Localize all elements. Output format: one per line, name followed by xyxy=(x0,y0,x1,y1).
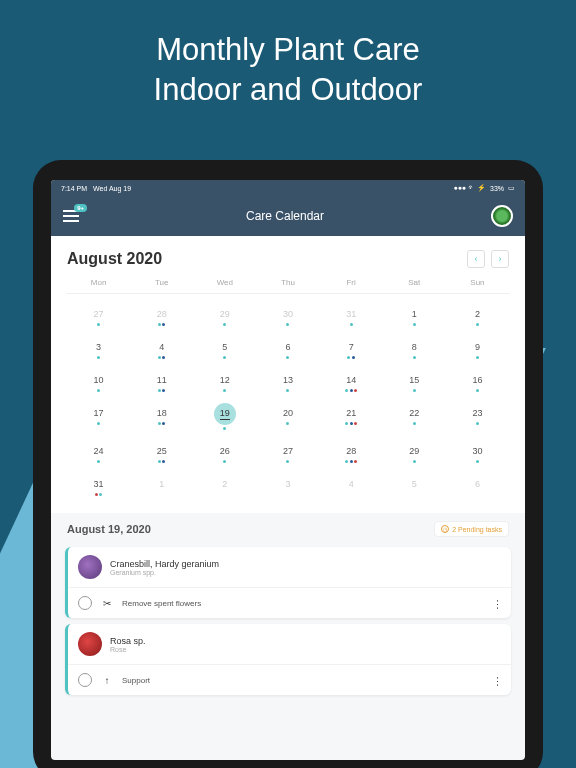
calendar-day[interactable]: 6 xyxy=(446,468,509,499)
calendar-day[interactable]: 1 xyxy=(130,468,193,499)
task-card: Cranesbill, Hardy geraniumGeranium spp.✂… xyxy=(65,547,511,618)
pending-tasks-badge[interactable]: ◷ 2 Pending tasks xyxy=(434,521,509,537)
task-list: Cranesbill, Hardy geraniumGeranium spp.✂… xyxy=(51,547,525,695)
scissors-icon: ✂ xyxy=(100,596,114,610)
plant-avatar xyxy=(78,555,102,579)
task-label: Support xyxy=(122,676,483,685)
calendar-day[interactable]: 21 xyxy=(320,397,383,433)
calendar-day[interactable]: 29 xyxy=(193,298,256,329)
calendar-day[interactable]: 31 xyxy=(67,468,130,499)
calendar-day[interactable]: 19 xyxy=(193,397,256,433)
calendar-day[interactable]: 30 xyxy=(256,298,319,329)
calendar-day[interactable]: 30 xyxy=(446,435,509,466)
screen: 7:14 PM Wed Aug 19 ●●● ᯤ ⚡ 33% ▭ 9+ Care… xyxy=(51,180,525,760)
weekday-label: Tue xyxy=(130,278,193,287)
weekday-label: Fri xyxy=(320,278,383,287)
selected-date-row: August 19, 2020 ◷ 2 Pending tasks xyxy=(51,513,525,541)
calendar-day[interactable]: 20 xyxy=(256,397,319,433)
chevron-right-icon: › xyxy=(499,254,502,264)
plant-avatar xyxy=(78,632,102,656)
plant-latin-name: Rose xyxy=(110,646,501,653)
calendar-day[interactable]: 26 xyxy=(193,435,256,466)
weekday-header: MonTueWedThuFriSatSun xyxy=(67,278,509,294)
calendar-day[interactable]: 22 xyxy=(383,397,446,433)
task-checkbox[interactable] xyxy=(78,673,92,687)
calendar-day[interactable]: 18 xyxy=(130,397,193,433)
selected-date-label: August 19, 2020 xyxy=(67,523,151,535)
calendar-day[interactable]: 13 xyxy=(256,364,319,395)
calendar-day[interactable]: 10 xyxy=(67,364,130,395)
battery-text: 33% xyxy=(490,185,504,192)
tablet-frame: 7:14 PM Wed Aug 19 ●●● ᯤ ⚡ 33% ▭ 9+ Care… xyxy=(33,160,543,768)
calendar-day[interactable]: 16 xyxy=(446,364,509,395)
task-row: ✂Remove spent flowers⋯ xyxy=(68,588,511,618)
calendar-day[interactable]: 2 xyxy=(193,468,256,499)
chevron-left-icon: ‹ xyxy=(475,254,478,264)
calendar-day[interactable]: 14 xyxy=(320,364,383,395)
status-time: 7:14 PM xyxy=(61,185,87,192)
menu-button[interactable]: 9+ xyxy=(63,210,79,222)
task-label: Remove spent flowers xyxy=(122,599,483,608)
app-header: 9+ Care Calendar xyxy=(51,196,525,236)
calendar-panel: August 2020 ‹ › MonTueWedThuFriSatSun 27… xyxy=(51,236,525,513)
marketing-headline: Monthly Plant Care Indoor and Outdoor xyxy=(0,0,576,131)
calendar-day[interactable]: 31 xyxy=(320,298,383,329)
calendar-day[interactable]: 25 xyxy=(130,435,193,466)
calendar-day[interactable]: 6 xyxy=(256,331,319,362)
calendar-day[interactable]: 1 xyxy=(383,298,446,329)
calendar-day[interactable]: 2 xyxy=(446,298,509,329)
calendar-day[interactable]: 5 xyxy=(193,331,256,362)
weekday-label: Wed xyxy=(193,278,256,287)
calendar-day[interactable]: 4 xyxy=(130,331,193,362)
calendar-day[interactable]: 17 xyxy=(67,397,130,433)
calendar-day[interactable]: 7 xyxy=(320,331,383,362)
calendar-day[interactable]: 15 xyxy=(383,364,446,395)
plant-header[interactable]: Cranesbill, Hardy geraniumGeranium spp. xyxy=(68,547,511,588)
prev-month-button[interactable]: ‹ xyxy=(467,250,485,268)
plant-common-name: Rosa sp. xyxy=(110,636,501,646)
calendar-day[interactable]: 28 xyxy=(130,298,193,329)
notification-badge: 9+ xyxy=(74,204,87,212)
battery-icon: ▭ xyxy=(508,184,515,192)
calendar-day[interactable]: 8 xyxy=(383,331,446,362)
calendar-day[interactable]: 28 xyxy=(320,435,383,466)
status-bar: 7:14 PM Wed Aug 19 ●●● ᯤ ⚡ 33% ▭ xyxy=(51,180,525,196)
calendar-day[interactable]: 27 xyxy=(256,435,319,466)
calendar-day[interactable]: 12 xyxy=(193,364,256,395)
weekday-label: Mon xyxy=(67,278,130,287)
calendar-day[interactable]: 27 xyxy=(67,298,130,329)
calendar-grid: 2728293031123456789101112131415161718192… xyxy=(67,298,509,499)
calendar-day[interactable]: 4 xyxy=(320,468,383,499)
month-title: August 2020 xyxy=(67,250,162,268)
arrow-icon: ↑ xyxy=(100,673,114,687)
plant-common-name: Cranesbill, Hardy geranium xyxy=(110,559,501,569)
wifi-icon: ●●● ᯤ ⚡ xyxy=(453,184,486,192)
calendar-day[interactable]: 24 xyxy=(67,435,130,466)
task-more-button[interactable]: ⋯ xyxy=(490,675,503,685)
next-month-button[interactable]: › xyxy=(491,250,509,268)
calendar-day[interactable]: 11 xyxy=(130,364,193,395)
app-logo-icon[interactable] xyxy=(491,205,513,227)
task-card: Rosa sp.Rose↑Support⋯ xyxy=(65,624,511,695)
task-checkbox[interactable] xyxy=(78,596,92,610)
weekday-label: Sat xyxy=(383,278,446,287)
calendar-day[interactable]: 23 xyxy=(446,397,509,433)
status-date: Wed Aug 19 xyxy=(93,185,131,192)
page-title: Care Calendar xyxy=(246,209,324,223)
calendar-day[interactable]: 3 xyxy=(256,468,319,499)
task-row: ↑Support⋯ xyxy=(68,665,511,695)
calendar-day[interactable]: 29 xyxy=(383,435,446,466)
calendar-day[interactable]: 9 xyxy=(446,331,509,362)
clock-icon: ◷ xyxy=(441,525,449,533)
weekday-label: Thu xyxy=(256,278,319,287)
plant-latin-name: Geranium spp. xyxy=(110,569,501,576)
calendar-day[interactable]: 5 xyxy=(383,468,446,499)
task-more-button[interactable]: ⋯ xyxy=(490,598,503,608)
calendar-day[interactable]: 3 xyxy=(67,331,130,362)
weekday-label: Sun xyxy=(446,278,509,287)
plant-header[interactable]: Rosa sp.Rose xyxy=(68,624,511,665)
